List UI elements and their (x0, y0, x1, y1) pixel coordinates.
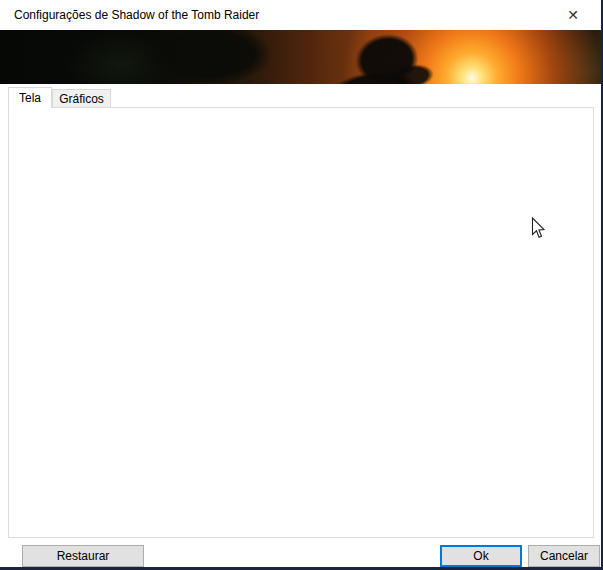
banner-image (0, 30, 601, 84)
settings-dialog: Configurações de Shadow of the Tomb Raid… (0, 0, 603, 570)
close-icon: ✕ (567, 7, 579, 23)
close-button[interactable]: ✕ (553, 0, 593, 30)
tab-panel (8, 107, 594, 538)
window-title: Configurações de Shadow of the Tomb Raid… (14, 8, 259, 22)
restaurar-button[interactable]: Restaurar (22, 545, 144, 567)
cancelar-button[interactable]: Cancelar (528, 545, 600, 567)
mouse-cursor-icon (531, 217, 546, 239)
tab-tela[interactable]: Tela (8, 87, 52, 108)
tab-graficos[interactable]: Gráficos (52, 89, 111, 107)
ok-button[interactable]: Ok (440, 545, 522, 567)
title-bar: Configurações de Shadow of the Tomb Raid… (0, 0, 601, 30)
